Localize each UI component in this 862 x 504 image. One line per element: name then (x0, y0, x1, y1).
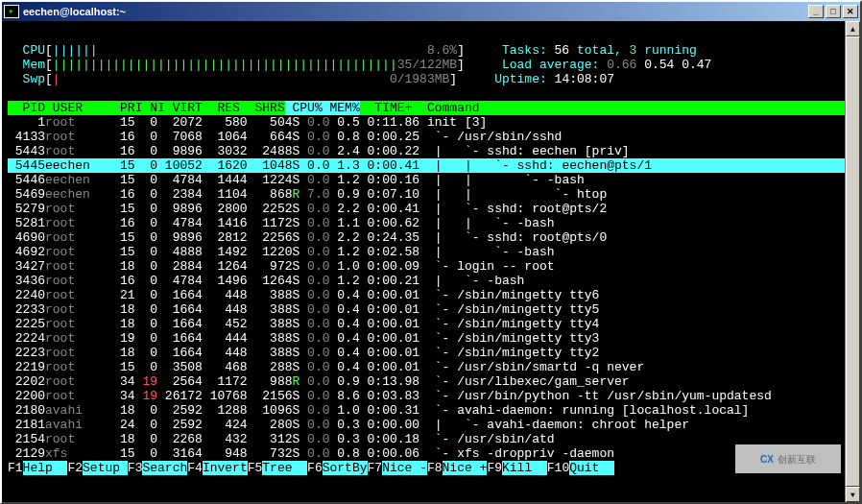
process-row[interactable]: 2223 root 18 0 1664 448 388 S 0.0 0.4 0:… (8, 346, 845, 360)
scroll-down-button[interactable]: ▼ (846, 487, 860, 502)
process-row[interactable]: 2129 xfs 15 0 3164 948 732 S 0.0 0.8 0:0… (8, 446, 845, 461)
vertical-scrollbar[interactable]: ▲ ▼ (845, 21, 860, 502)
watermark-logo: CX创新互联 (735, 444, 841, 473)
process-row[interactable]: 5281 root 16 0 4784 1416 1172 S 0.0 1.1 … (8, 216, 845, 230)
window-titlebar[interactable]: ▸ eechen@localhost:~ _ □ ✕ (2, 2, 860, 21)
process-row[interactable]: 5469 eechen 16 0 2384 1104 868 R 7.0 0.9… (8, 187, 845, 202)
process-row[interactable]: 3436 root 16 0 4784 1496 1264 S 0.0 1.2 … (8, 274, 845, 288)
process-row[interactable]: 2219 root 15 0 3508 468 288 S 0.0 0.4 0:… (8, 360, 845, 374)
process-row[interactable]: 5443 root 16 0 9896 3032 2488 S 0.0 2.4 … (8, 144, 845, 158)
process-row[interactable]: 4692 root 15 0 4888 1492 1220 S 0.0 1.2 … (8, 245, 845, 259)
function-key-bar[interactable]: F1Help F2Setup F3SearchF4InvertF5Tree F6… (8, 461, 845, 475)
process-row[interactable]: 5279 root 15 0 9896 2800 2252 S 0.0 2.2 … (8, 202, 845, 216)
process-row[interactable]: 2181 avahi 24 0 2592 424 280 S 0.0 0.3 0… (8, 418, 845, 432)
process-row[interactable]: 2154 root 18 0 2268 432 312 S 0.0 0.3 0:… (8, 432, 845, 446)
process-table-body: 1 root 15 0 2072 580 504 S 0.0 0.5 0:11.… (8, 115, 845, 461)
fkey-F1[interactable]: F1 (8, 461, 23, 475)
window-title: eechen@localhost:~ (23, 5, 808, 19)
putty-icon: ▸ (4, 5, 19, 18)
terminal-content[interactable]: CPU[|||||| 8.6%] Tasks: 56 total, 3 runn… (2, 21, 845, 502)
process-row[interactable]: 2224 root 19 0 1664 444 388 S 0.0 0.4 0:… (8, 331, 845, 346)
process-row[interactable]: 1 root 15 0 2072 580 504 S 0.0 0.5 0:11.… (8, 115, 845, 130)
process-table-header[interactable]: PID USER PRI NI VIRT RES SHRS CPU% MEM% … (8, 101, 845, 115)
maximize-button[interactable]: □ (826, 5, 841, 18)
fkey-F9[interactable]: F9 (487, 461, 502, 475)
scroll-up-button[interactable]: ▲ (846, 21, 860, 36)
process-row[interactable]: 5445 eechen 15 0 10052 1620 1048 S 0.0 1… (8, 158, 845, 173)
fkey-F3[interactable]: F3 (128, 461, 143, 475)
process-row[interactable]: 3427 root 18 0 2884 1264 972 S 0.0 1.0 0… (8, 259, 845, 274)
process-row[interactable]: 4133 root 16 0 7068 1064 664 S 0.0 0.8 0… (8, 130, 845, 144)
minimize-button[interactable]: _ (808, 5, 824, 18)
process-row[interactable]: 2202 root 34 19 2564 1172 988 R 0.0 0.9 … (8, 374, 845, 389)
process-row[interactable]: 2200 root 34 19 26172 10768 2156 S 0.0 8… (8, 389, 845, 403)
process-row[interactable]: 2180 avahi 18 0 2592 1288 1096 S 0.0 1.0… (8, 403, 845, 418)
putty-window: ▸ eechen@localhost:~ _ □ ✕ CPU[|||||| 8.… (0, 0, 862, 504)
fkey-F7[interactable]: F7 (368, 461, 383, 475)
process-row[interactable]: 4690 root 15 0 9896 2812 2256 S 0.0 2.2 … (8, 230, 845, 245)
process-row[interactable]: 2225 root 18 0 1664 452 388 S 0.0 0.4 0:… (8, 317, 845, 331)
process-row[interactable]: 2233 root 18 0 1664 448 388 S 0.0 0.4 0:… (8, 302, 845, 317)
fkey-F8[interactable]: F8 (427, 461, 443, 475)
close-button[interactable]: ✕ (843, 5, 858, 18)
fkey-F5[interactable]: F5 (248, 461, 263, 475)
process-row[interactable]: 5446 eechen 15 0 4784 1444 1224 S 0.0 1.… (8, 173, 845, 187)
fkey-F10[interactable]: F10 (547, 461, 569, 475)
fkey-F6[interactable]: F6 (307, 461, 323, 475)
process-row[interactable]: 2240 root 21 0 1664 448 388 S 0.0 0.4 0:… (8, 288, 845, 302)
scroll-thumb[interactable] (846, 36, 860, 487)
fkey-F4[interactable]: F4 (187, 461, 203, 475)
fkey-F2[interactable]: F2 (67, 461, 83, 475)
